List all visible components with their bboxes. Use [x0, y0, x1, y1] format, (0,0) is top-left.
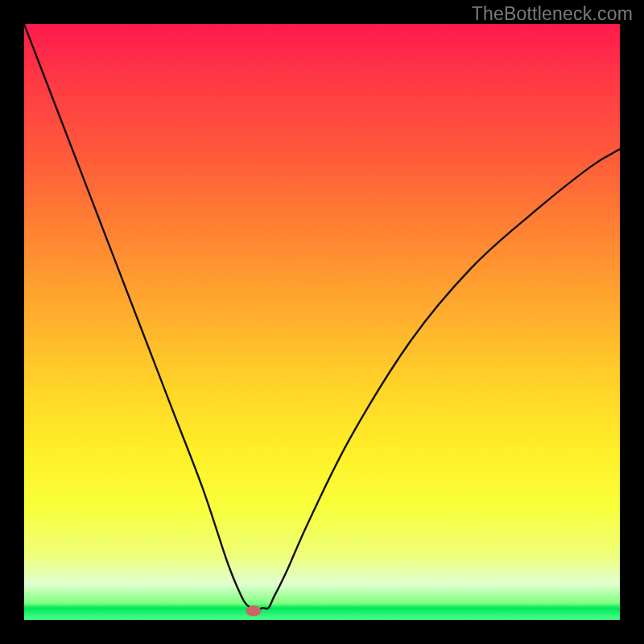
attribution-text: TheBottleneck.com	[472, 3, 633, 25]
chart-frame: TheBottleneck.com	[0, 0, 644, 644]
optimum-marker	[246, 605, 261, 616]
curve-layer	[24, 24, 620, 620]
bottleneck-curve	[24, 24, 620, 611]
plot-area	[24, 24, 620, 620]
